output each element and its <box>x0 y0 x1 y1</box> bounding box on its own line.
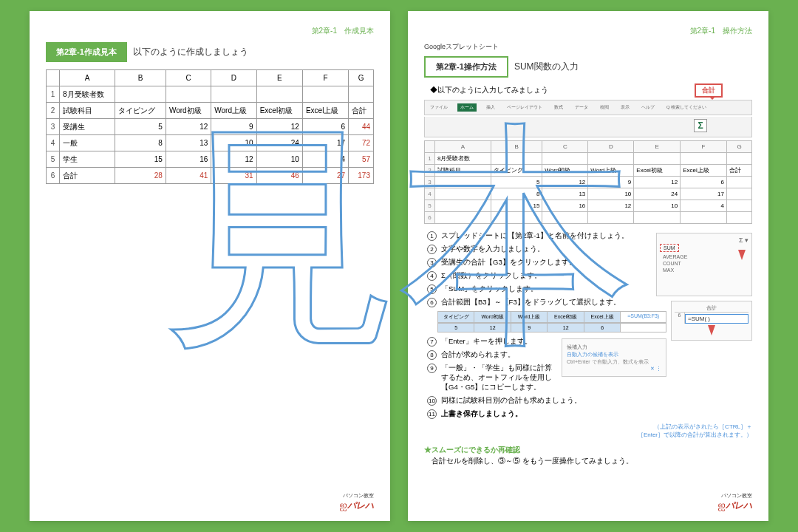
cell[interactable]: 8 <box>491 188 542 200</box>
cell[interactable]: タイピング <box>491 165 542 177</box>
step-text: 文字や数字を入力しましょう。 <box>441 245 652 254</box>
ribbon-tab[interactable]: 挿入 <box>484 104 497 111</box>
ribbon-tab[interactable]: ページレイアウト <box>505 104 545 111</box>
col-B: B <box>115 70 166 86</box>
row-num: 3 <box>47 119 60 135</box>
cell-total: 41 <box>166 168 211 184</box>
app-name: Googleスプレットシート <box>424 42 752 52</box>
chapter-caption: 以下のように作成しましょう <box>133 46 248 58</box>
review-heading: ★スムーズにできるか再確認 <box>424 445 752 455</box>
cell-total: 46 <box>256 168 302 184</box>
review-text: 合計セルを削除し、③～⑤ をもう一度操作してみましょう。 <box>432 457 752 466</box>
cell: 12 <box>256 119 302 135</box>
range-cell: 12 <box>548 324 584 332</box>
label: 合計 <box>675 304 748 313</box>
autosum-button[interactable]: Σ <box>694 119 707 132</box>
cell[interactable]: Excel上級 <box>681 165 727 177</box>
step-text: 合計が求められます。 <box>441 350 557 360</box>
range-cell: Excel初級 <box>548 312 584 322</box>
cell: 16 <box>166 151 211 168</box>
cell[interactable]: 17 <box>681 188 727 200</box>
ribbon-tab[interactable]: 校閲 <box>598 104 611 111</box>
cell[interactable]: 12 <box>634 177 681 188</box>
cell[interactable]: Word初級 <box>542 165 588 177</box>
range-cell: Word初級 <box>474 312 511 322</box>
cell[interactable]: 24 <box>634 188 681 200</box>
row: 5 <box>425 200 435 212</box>
menu-max[interactable]: MAX <box>660 267 748 273</box>
range-cell: 5 <box>438 324 474 332</box>
ribbon-tab[interactable]: ファイル <box>428 104 450 111</box>
ribbon-tab-home[interactable]: ホーム <box>457 103 477 112</box>
col: E <box>634 141 681 153</box>
cell: 13 <box>166 135 211 151</box>
cell[interactable]: 16 <box>542 200 588 212</box>
cell-total: 31 <box>211 168 256 184</box>
ribbon-tab[interactable]: 数式 <box>552 104 565 111</box>
step-text: 合計範囲【B3】～【F3】をドラッグして選択します。 <box>441 298 652 307</box>
cell[interactable]: 10 <box>588 188 634 200</box>
col: A <box>435 141 491 153</box>
cell[interactable]: 4 <box>681 200 727 212</box>
menu-count[interactable]: COUNT <box>660 260 748 267</box>
cell: 合計 <box>349 103 374 119</box>
ribbon-tab[interactable]: データ <box>573 104 590 111</box>
cell[interactable]: 試験科目 <box>435 165 491 177</box>
range-cell: 9 <box>511 324 548 332</box>
logo-main: パレハ <box>726 500 752 511</box>
cell[interactable]: 9 <box>588 177 634 188</box>
range-selection: タイピング Word初級 Word上級 Excel初級 Excel上級 =SUM… <box>437 311 666 323</box>
chapter-tab: 第2章-1作成見本 <box>46 42 127 62</box>
cell: 5 <box>115 119 166 135</box>
ribbon-tab[interactable]: ヘルプ <box>639 104 657 111</box>
ribbon-search[interactable]: Q 検索してください <box>664 104 709 111</box>
cell: 10 <box>211 135 256 151</box>
col: B <box>491 141 542 153</box>
cell[interactable]: Excel初級 <box>634 165 681 177</box>
step-text: 「一般」・「学生」も同様に計算するため、オートフィルを使用し【G4・G5】にコピ… <box>441 364 557 392</box>
section-title: SUM関数の入力 <box>514 61 579 73</box>
cell[interactable]: 10 <box>634 200 681 212</box>
cell: 12 <box>211 151 256 168</box>
cell[interactable]: 12 <box>542 177 588 188</box>
step-text: 同様に試験科目別の合計も求めましょう。 <box>441 396 752 406</box>
cell-total: 72 <box>349 135 374 151</box>
col: F <box>681 141 727 153</box>
excel-toolbar: Σ <box>424 117 752 137</box>
formula-result: =SUM(B3:F3) <box>621 312 666 322</box>
row-num: 5 <box>47 151 60 168</box>
cell: 受講生 <box>60 119 115 135</box>
cell[interactable]: 5 <box>491 177 542 188</box>
range-cell: Word上級 <box>511 312 548 322</box>
formula[interactable]: =SUM( ) <box>685 314 748 324</box>
cell: Excel初級 <box>256 103 302 119</box>
chapter-tab: 第2章-1操作方法 <box>424 56 508 78</box>
logo-icon: ஐ <box>340 499 347 511</box>
col: G <box>726 141 751 153</box>
cell[interactable]: 8月受験者数 <box>435 153 491 165</box>
menu-average[interactable]: AVERAGE <box>660 253 748 260</box>
cell[interactable]: 15 <box>491 200 542 212</box>
cell[interactable]: 合計 <box>726 165 751 177</box>
cell: 15 <box>115 151 166 168</box>
cell[interactable]: 13 <box>542 188 588 200</box>
row: 3 <box>425 177 435 188</box>
formula-cell: 合計 6 =SUM( ) <box>671 301 752 341</box>
cell: タイピング <box>115 103 166 119</box>
col: C <box>542 141 588 153</box>
cell[interactable]: Word上級 <box>588 165 634 177</box>
logo-main: パレハ <box>347 500 374 511</box>
col-D: D <box>211 70 256 86</box>
cell: 10 <box>256 151 302 168</box>
cell[interactable]: 6 <box>681 177 727 188</box>
ribbon-tab[interactable]: 表示 <box>618 104 632 111</box>
row: 1 <box>425 153 435 165</box>
menu-sum[interactable]: SUM <box>660 244 679 252</box>
logo-sub: パソコン教室 <box>340 492 374 499</box>
cell: 9 <box>211 119 256 135</box>
cell: Excel上級 <box>302 103 348 119</box>
col: D <box>588 141 634 153</box>
cell[interactable]: 12 <box>588 200 634 212</box>
row-num: 1 <box>47 86 60 103</box>
cell: Word初級 <box>166 103 211 119</box>
